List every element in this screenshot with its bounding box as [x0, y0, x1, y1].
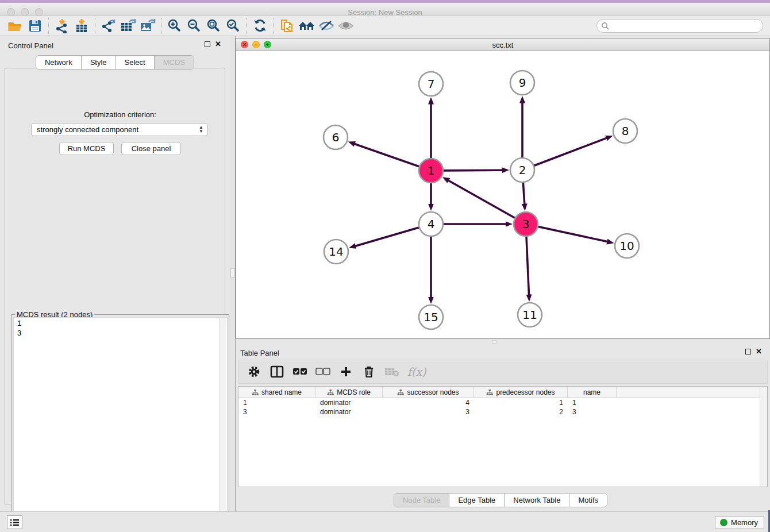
table-header-row: shared nameMCDS rolesuccessor nodesprede… [238, 387, 767, 398]
export-image-icon[interactable] [138, 18, 157, 34]
gear-icon[interactable] [247, 364, 261, 379]
tab-mcds[interactable]: MCDS [155, 56, 194, 69]
graph-edge-1-6[interactable] [355, 144, 419, 167]
float-panel-icon[interactable] [205, 41, 210, 47]
cell-successor-nodes[interactable]: 3 [383, 407, 474, 417]
toolbar-separator [95, 18, 95, 34]
tab-node-table[interactable]: Node Table [394, 494, 450, 507]
column-header-predecessor-nodes[interactable]: predecessor nodes [474, 387, 568, 398]
search-input[interactable] [596, 19, 763, 33]
svg-text:1: 1 [428, 164, 435, 178]
tab-motifs[interactable]: Motifs [569, 494, 607, 507]
import-table-icon[interactable] [72, 18, 91, 34]
tab-edge-table[interactable]: Edge Table [449, 494, 505, 507]
cell-mcds-role[interactable]: dominator [315, 398, 383, 407]
table-row[interactable]: 3dominator323 [238, 407, 767, 417]
graph-node-9[interactable]: 9 [510, 71, 534, 95]
function-builder-icon[interactable]: f(x) [407, 365, 426, 378]
tab-network-table[interactable]: Network Table [505, 494, 569, 507]
graph-node-8[interactable]: 8 [613, 119, 637, 143]
result-scrollbar[interactable] [219, 318, 226, 532]
zoom-out-icon[interactable] [184, 18, 204, 34]
search-field[interactable] [596, 19, 763, 33]
tab-select[interactable]: Select [116, 56, 155, 69]
network-graph-canvas[interactable]: 7968124314101511 [236, 52, 769, 338]
graph-edge-2-8[interactable] [534, 138, 607, 165]
table-row[interactable]: 1dominator411 [238, 398, 767, 407]
window-titlebar[interactable]: Session: New Session [0, 3, 770, 16]
graph-edge-1-2[interactable] [444, 170, 502, 171]
close-panel-icon[interactable]: ✕ [215, 41, 221, 47]
graph-node-7[interactable]: 7 [419, 72, 443, 96]
optimization-criterion-select[interactable]: strongly connected component ▲▼ [31, 123, 208, 136]
horizontal-splitter-handle[interactable] [492, 340, 496, 344]
graph-node-11[interactable]: 11 [518, 303, 542, 327]
export-table-icon[interactable] [118, 18, 138, 34]
graph-node-3[interactable]: 3 [514, 212, 538, 236]
graph-node-10[interactable]: 10 [615, 234, 639, 258]
graph-node-6[interactable]: 6 [324, 125, 348, 149]
zoom-in-icon[interactable] [165, 18, 184, 34]
float-panel-icon[interactable] [745, 349, 751, 354]
mcds-result-textarea[interactable]: 13 [13, 317, 228, 532]
graph-edge-3-11[interactable] [526, 237, 529, 295]
tab-network[interactable]: Network [36, 56, 82, 69]
task-history-button[interactable] [7, 515, 22, 529]
attribute-type-icon [252, 390, 259, 396]
cell-predecessor-nodes[interactable]: 1 [474, 398, 568, 407]
add-column-icon[interactable] [338, 364, 353, 379]
column-view-icon[interactable] [270, 364, 284, 379]
close-panel-icon[interactable]: ✕ [756, 349, 762, 354]
toggle-panel-icon[interactable] [317, 18, 336, 34]
mcds-result-group: MCDS result (2 nodes) 13 [11, 314, 229, 532]
control-panel-title: Control Panel [8, 41, 53, 50]
cell-shared-name[interactable]: 1 [238, 398, 315, 407]
graph-edge-3-1[interactable] [449, 180, 515, 218]
graph-node-1[interactable]: 1 [419, 159, 443, 183]
select-all-icon[interactable] [292, 364, 307, 379]
open-file-icon[interactable] [6, 18, 25, 34]
cell-name[interactable]: 1 [568, 398, 617, 407]
import-network-icon[interactable] [52, 18, 72, 34]
svg-text:9: 9 [519, 76, 526, 90]
memory-button[interactable]: Memory [715, 516, 764, 529]
table-panel: Table Panel ✕ [236, 345, 770, 511]
zoom-selected-icon[interactable] [224, 18, 243, 34]
control-panel: Control Panel ✕ NetworkStyleSelectMCDS O… [0, 36, 230, 507]
cell-successor-nodes[interactable]: 4 [383, 398, 474, 407]
graph-node-14[interactable]: 14 [324, 240, 348, 264]
clone-network-icon[interactable] [278, 18, 297, 34]
cell-mcds-role[interactable]: dominator [315, 407, 383, 417]
deselect-all-icon[interactable] [315, 364, 330, 379]
column-header-name[interactable]: name [568, 387, 617, 398]
column-header-successor-nodes[interactable]: successor nodes [383, 387, 474, 398]
vertical-splitter-handle[interactable] [230, 268, 235, 277]
delete-column-icon[interactable] [361, 364, 376, 379]
graph-node-2[interactable]: 2 [510, 158, 534, 182]
column-header-mcds-role[interactable]: MCDS role [315, 387, 383, 398]
cell-name[interactable]: 3 [568, 407, 617, 417]
graph-edge-3-10[interactable] [538, 227, 607, 242]
cell-predecessor-nodes[interactable]: 2 [474, 407, 568, 417]
horizontal-splitter[interactable] [236, 339, 770, 345]
home-view-icon[interactable] [297, 18, 317, 34]
close-panel-button[interactable]: Close panel [121, 142, 181, 155]
svg-text:14: 14 [329, 245, 343, 259]
table-scrollbar[interactable] [760, 387, 767, 487]
delete-table-icon[interactable] [384, 364, 399, 379]
cell-shared-name[interactable]: 3 [238, 407, 315, 417]
run-mcds-button[interactable]: Run MCDS [59, 142, 114, 155]
graph-edge-2-3[interactable] [523, 183, 524, 204]
visibility-icon[interactable] [336, 18, 356, 34]
graph-edge-4-14[interactable] [356, 228, 419, 246]
graph-node-4[interactable]: 4 [419, 212, 443, 236]
save-session-icon[interactable] [25, 18, 45, 34]
network-window-titlebar[interactable]: ✕ − + scc.txt [236, 38, 769, 51]
column-header-shared-name[interactable]: shared name [238, 387, 315, 398]
refresh-layout-icon[interactable] [251, 18, 270, 34]
graph-node-15[interactable]: 15 [419, 305, 443, 329]
list-icon [10, 519, 20, 526]
zoom-fit-icon[interactable] [204, 18, 224, 34]
tab-style[interactable]: Style [82, 56, 116, 69]
export-network-icon[interactable] [99, 18, 118, 34]
